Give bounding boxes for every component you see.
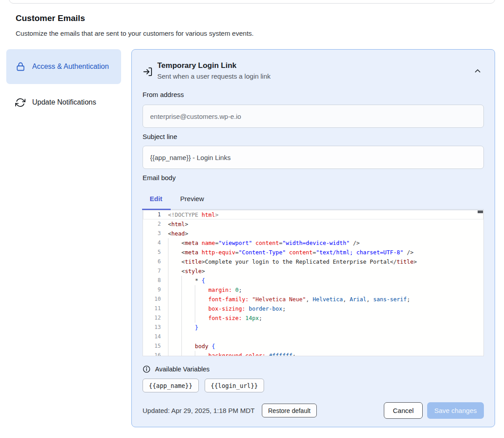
code-line[interactable]: 13 } xyxy=(143,323,483,332)
line-number: 9 xyxy=(143,285,161,295)
indent-guide xyxy=(168,351,168,356)
available-variables-row: Available Variables xyxy=(143,365,484,373)
indent-guide xyxy=(168,304,168,313)
code-line[interactable]: 11 box-sizing: border-box; xyxy=(143,304,483,313)
line-number: 15 xyxy=(143,341,161,351)
subject-line-input[interactable] xyxy=(143,146,484,169)
sync-icon xyxy=(15,97,26,108)
tab-preview[interactable]: Preview xyxy=(180,194,204,203)
code-text: body { xyxy=(161,341,483,351)
line-number: 12 xyxy=(143,313,161,323)
email-body-tabs: Edit Preview xyxy=(143,193,484,210)
line-number: 11 xyxy=(143,304,161,313)
save-changes-button[interactable]: Save changes xyxy=(427,402,484,419)
line-number: 16 xyxy=(143,351,161,356)
chevron-up-icon xyxy=(473,67,482,76)
code-text: <meta name="viewport" content="width=dev… xyxy=(161,238,483,248)
updated-timestamp: Updated: Apr 29, 2025, 1:18 PM MDT xyxy=(143,407,255,414)
code-text xyxy=(161,332,483,341)
code-line[interactable]: 8 * { xyxy=(143,276,483,285)
code-text: background-color: #ffffff; xyxy=(161,351,483,356)
line-number: 3 xyxy=(143,229,161,238)
code-line[interactable]: 16 background-color: #ffffff; xyxy=(143,351,483,356)
sidebar-item-label: Access & Authentication xyxy=(32,61,109,72)
tab-edit[interactable]: Edit xyxy=(150,194,162,203)
code-line[interactable]: 1<!DOCTYPE html> xyxy=(143,210,483,219)
card-footer: Updated: Apr 29, 2025, 1:18 PM MDT Resto… xyxy=(143,402,484,419)
line-number: 8 xyxy=(143,276,161,285)
indent-guide xyxy=(168,332,168,341)
indent-guide xyxy=(181,295,182,304)
indent-guide xyxy=(168,285,168,295)
cancel-button[interactable]: Cancel xyxy=(384,402,423,419)
code-line[interactable]: 3<head> xyxy=(143,229,483,238)
indent-guide xyxy=(168,313,168,323)
from-address-input[interactable] xyxy=(143,105,484,128)
code-line[interactable]: 14 xyxy=(143,332,483,341)
indent-guide xyxy=(168,341,168,351)
indent-guide xyxy=(181,313,182,323)
indent-guide xyxy=(181,341,182,351)
line-number: 13 xyxy=(143,323,161,332)
code-line[interactable]: 2<html> xyxy=(143,219,483,229)
code-text: <head> xyxy=(161,229,483,238)
indent-guide xyxy=(181,285,182,295)
code-editor[interactable]: 1<!DOCTYPE html>2<html>3<head>4 <meta na… xyxy=(143,210,484,356)
sidebar: Access & Authentication Update Notificat… xyxy=(6,49,121,113)
editor-scrollbar-thumb[interactable] xyxy=(478,211,483,213)
panel-title: Temporary Login Link xyxy=(157,61,471,70)
indent-guide xyxy=(195,285,195,295)
sidebar-item-update-notifications[interactable]: Update Notifications xyxy=(6,92,121,113)
email-body-label: Email body xyxy=(143,174,484,181)
line-number: 10 xyxy=(143,295,161,304)
indent-guide xyxy=(181,332,182,341)
line-number: 7 xyxy=(143,266,161,276)
code-text: box-sizing: border-box; xyxy=(161,304,483,313)
code-text: font-family: "Helvetica Neue", Helvetica… xyxy=(161,295,483,304)
collapse-button[interactable] xyxy=(471,65,484,77)
code-text: <html> xyxy=(161,219,483,229)
indent-guide xyxy=(195,351,195,356)
login-icon xyxy=(143,67,153,77)
card-header: Temporary Login Link Sent when a user re… xyxy=(143,61,484,80)
code-text: <style> xyxy=(161,266,483,276)
code-line[interactable]: 9 margin: 0; xyxy=(143,285,483,295)
restore-default-button[interactable]: Restore default xyxy=(262,404,317,417)
code-line[interactable]: 7 <style> xyxy=(143,266,483,276)
indent-guide xyxy=(168,266,168,276)
from-address-label: From address xyxy=(143,91,484,98)
variable-chips: {{app_name}} {{login_url}} xyxy=(143,379,484,392)
indent-guide xyxy=(168,295,168,304)
email-settings-card: Temporary Login Link Sent when a user re… xyxy=(131,49,495,427)
variable-chip-login-url[interactable]: {{login_url}} xyxy=(205,379,265,392)
info-icon xyxy=(143,365,151,373)
indent-guide xyxy=(181,323,182,332)
indent-guide xyxy=(195,304,195,313)
code-text: font-size: 14px; xyxy=(161,313,483,323)
code-line[interactable]: 5 <meta http-equiv="Content-Type" conten… xyxy=(143,248,483,257)
indent-guide xyxy=(168,257,168,266)
variable-chip-app-name[interactable]: {{app_name}} xyxy=(143,379,199,392)
indent-guide xyxy=(181,304,182,313)
code-line[interactable]: 15 body { xyxy=(143,341,483,351)
line-number: 6 xyxy=(143,257,161,266)
code-line[interactable]: 10 font-family: "Helvetica Neue", Helvet… xyxy=(143,295,483,304)
code-editor-lines: 1<!DOCTYPE html>2<html>3<head>4 <meta na… xyxy=(143,210,483,356)
code-line[interactable]: 6 <title>Complete your login to the Repl… xyxy=(143,257,483,266)
indent-guide xyxy=(195,313,195,323)
indent-guide xyxy=(168,323,168,332)
panel-subtitle: Sent when a user requests a login link xyxy=(157,72,471,80)
code-line[interactable]: 4 <meta name="viewport" content="width=d… xyxy=(143,238,483,248)
code-text: * { xyxy=(161,276,483,285)
indent-guide xyxy=(181,276,182,285)
line-number: 14 xyxy=(143,332,161,341)
line-number: 4 xyxy=(143,238,161,248)
page-subtitle: Customize the emails that are sent to yo… xyxy=(16,29,254,37)
code-text: <title>Complete your login to the Replic… xyxy=(161,257,483,266)
subject-line-label: Subject line xyxy=(143,133,484,140)
lock-icon xyxy=(15,61,26,72)
line-number: 2 xyxy=(143,219,161,229)
sidebar-item-access-authentication[interactable]: Access & Authentication xyxy=(6,49,121,84)
code-line[interactable]: 12 font-size: 14px; xyxy=(143,313,483,323)
top-card-edge xyxy=(9,0,495,4)
